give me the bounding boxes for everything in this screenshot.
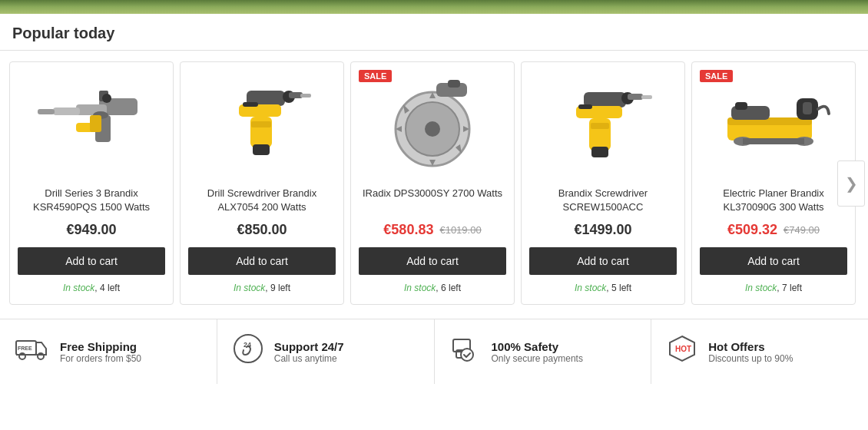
product-card-p2: Drill Screwdriver Brandix ALX7054 200 Wa…	[180, 61, 344, 305]
svg-point-9	[102, 94, 111, 103]
price-main-p1: €949.00	[66, 222, 116, 238]
truck-icon: FREE	[15, 335, 49, 369]
footer-item-hotoffers: HOT Hot Offers Discounts up to 90%	[651, 319, 868, 384]
product-image-p5	[708, 71, 839, 179]
banner-image	[0, 0, 868, 14]
product-image-p3	[367, 71, 498, 179]
footer-text-shipping: Free Shipping For orders from $50	[60, 340, 141, 364]
footer-bar: FREE Free Shipping For orders from $50 2…	[0, 319, 868, 384]
stock-detail-p4: , 5 left	[606, 283, 631, 293]
in-stock-label-p4: In stock	[575, 283, 606, 293]
price-row-p2: €850.00	[237, 222, 287, 238]
sale-badge-p3: SALE	[359, 70, 392, 82]
product-card-p1: Drill Series 3 Brandix KSR4590PQS 1500 W…	[9, 61, 174, 305]
product-name-p4: Brandix Screwdriver SCREW1500ACC	[529, 187, 677, 214]
svg-rect-47	[803, 102, 812, 114]
price-main-p2: €850.00	[237, 222, 287, 238]
svg-rect-8	[90, 115, 101, 132]
price-row-p1: €949.00	[66, 222, 116, 238]
footer-text-hotoffers: Hot Offers Discounts up to 90%	[708, 340, 793, 364]
footer-text-safety: 100% Safety Only secure payments	[492, 340, 583, 364]
price-row-p3: €580.83 €1019.00	[383, 222, 481, 238]
svg-rect-45	[743, 138, 804, 144]
stock-info-p3: In stock, 6 left	[404, 283, 461, 293]
shield-icon	[450, 333, 481, 370]
product-image-p1	[26, 71, 157, 179]
price-main-p3: €580.83	[383, 222, 433, 238]
product-name-p3: IRadix DPS3000SY 2700 Watts	[363, 187, 502, 214]
svg-rect-17	[300, 94, 311, 98]
svg-text:HOT: HOT	[675, 345, 691, 353]
svg-rect-14	[243, 102, 258, 107]
svg-rect-2	[53, 108, 80, 115]
in-stock-label-p1: In stock	[63, 283, 94, 293]
sale-badge-p5: SALE	[700, 70, 733, 82]
section-title: Popular today	[0, 14, 868, 51]
svg-rect-38	[591, 123, 609, 129]
price-main-p5: €509.32	[727, 222, 777, 238]
price-old-p3: €1019.00	[439, 224, 481, 236]
price-main-p4: €1499.00	[574, 222, 631, 238]
footer-title-support: Support 24/7	[274, 340, 344, 353]
svg-rect-37	[641, 95, 652, 99]
stock-detail-p1: , 4 left	[94, 283, 120, 293]
footer-subtitle-hotoffers: Discounts up to 90%	[708, 353, 793, 364]
price-row-p5: €509.32 €749.00	[727, 222, 820, 238]
footer-subtitle-safety: Only secure payments	[492, 353, 583, 364]
footer-item-safety: 100% Safety Only secure payments	[435, 319, 652, 384]
svg-rect-3	[38, 109, 55, 114]
svg-rect-13	[253, 144, 270, 155]
product-image-p4	[538, 71, 668, 179]
stock-info-p1: In stock, 4 left	[63, 283, 120, 293]
add-to-cart-p4[interactable]: Add to cart	[529, 247, 677, 275]
svg-point-54	[234, 335, 262, 362]
product-name-p1: Drill Series 3 Brandix KSR4590PQS 1500 W…	[18, 187, 165, 214]
product-image-p2	[197, 71, 327, 179]
product-card-p3: SALE IRadix DPS3000SY 2700 Watts €5	[350, 61, 515, 305]
in-stock-label-p2: In stock	[234, 283, 265, 293]
footer-title-hotoffers: Hot Offers	[708, 340, 793, 353]
stock-detail-p2: , 9 left	[265, 283, 290, 293]
tag-icon: HOT	[667, 333, 697, 370]
svg-rect-42	[735, 102, 747, 110]
footer-title-safety: 100% Safety	[492, 340, 583, 353]
product-name-p5: Electric Planer Brandix KL370090G 300 Wa…	[700, 187, 847, 214]
svg-rect-18	[251, 121, 271, 127]
price-row-p4: €1499.00	[574, 222, 631, 238]
stock-detail-p3: , 6 left	[436, 283, 461, 293]
svg-rect-34	[578, 104, 592, 109]
footer-title-shipping: Free Shipping	[60, 340, 141, 353]
phone-icon: 24	[233, 333, 263, 370]
in-stock-label-p3: In stock	[404, 283, 436, 293]
svg-point-21	[425, 121, 440, 137]
add-to-cart-p1[interactable]: Add to cart	[18, 247, 165, 275]
product-name-p2: Drill Screwdriver Brandix ALX7054 200 Wa…	[188, 187, 336, 214]
footer-subtitle-support: Call us anytime	[274, 353, 344, 364]
svg-rect-36	[628, 94, 643, 100]
svg-rect-29	[448, 80, 460, 88]
add-to-cart-p2[interactable]: Add to cart	[188, 247, 336, 275]
next-arrow[interactable]: ❯	[837, 160, 865, 207]
stock-info-p4: In stock, 5 left	[575, 283, 631, 293]
add-to-cart-p5[interactable]: Add to cart	[700, 247, 847, 275]
footer-subtitle-shipping: For orders from $50	[60, 353, 141, 364]
stock-info-p5: In stock, 7 left	[745, 283, 802, 293]
add-to-cart-p3[interactable]: Add to cart	[359, 247, 506, 275]
footer-item-support: 24 Support 24/7 Call us anytime	[217, 319, 435, 384]
in-stock-label-p5: In stock	[745, 283, 777, 293]
product-card-p4: Brandix Screwdriver SCREW1500ACC €1499.0…	[521, 61, 685, 305]
product-card-p5: SALE Electric Planer Brandix KL370090G 3…	[691, 61, 856, 305]
svg-rect-33	[591, 147, 608, 157]
price-old-p5: €749.00	[784, 224, 820, 236]
svg-point-58	[461, 349, 473, 361]
stock-detail-p5: , 7 left	[777, 283, 802, 293]
footer-item-shipping: FREE Free Shipping For orders from $50	[0, 319, 217, 384]
products-row: Drill Series 3 Brandix KSR4590PQS 1500 W…	[0, 51, 868, 316]
svg-text:FREE: FREE	[18, 346, 32, 351]
stock-info-p2: In stock, 9 left	[234, 283, 290, 293]
footer-text-support: Support 24/7 Call us anytime	[274, 340, 344, 364]
